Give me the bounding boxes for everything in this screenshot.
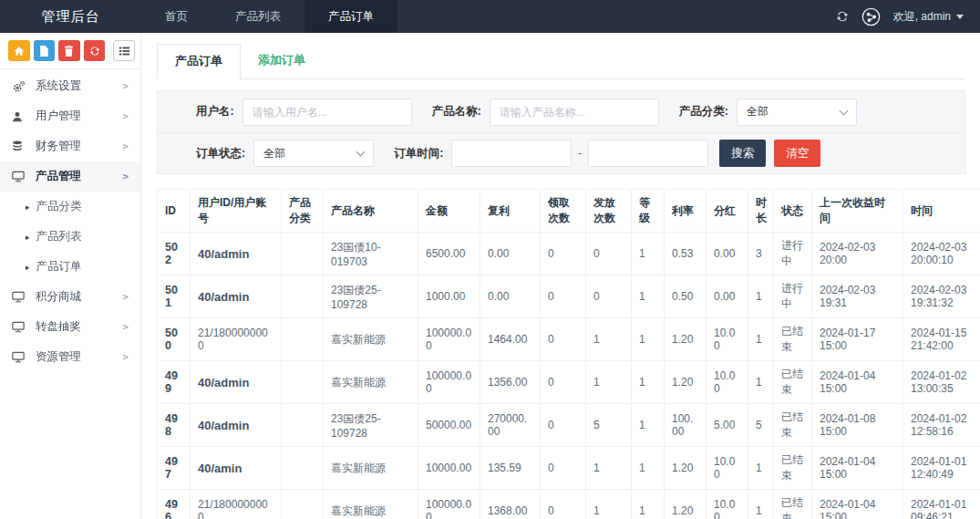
sidebar-item-label: 系统设置	[36, 78, 81, 94]
column-header[interactable]: 产品分类	[282, 190, 324, 233]
cell: 1	[632, 318, 665, 361]
cell: 2024-01-15 21:42:00	[903, 318, 980, 361]
cell: 100.00	[665, 404, 707, 447]
product-name-input[interactable]	[490, 99, 659, 126]
file-button[interactable]	[34, 40, 56, 61]
sidebar-item-label: 产品管理	[36, 169, 81, 184]
refresh-icon[interactable]	[836, 10, 849, 23]
filter-label: 用户名:	[196, 104, 234, 119]
sidebar-item[interactable]: ▸产品分类	[0, 192, 140, 222]
user-menu[interactable]: 欢迎, admin	[893, 9, 964, 25]
column-header[interactable]: ID	[158, 190, 191, 233]
cell: 2024-01-04 15:00	[812, 447, 903, 490]
search-button[interactable]: 搜索	[719, 140, 766, 167]
cell: 2024-02-03 20:00:10	[903, 233, 980, 275]
cell: 50000.00	[418, 404, 480, 447]
column-header[interactable]: 发放次数	[586, 190, 632, 233]
cell: 1	[748, 361, 774, 404]
cell: 1	[748, 275, 774, 318]
nav-item[interactable]: 首页	[141, 0, 211, 33]
cell-status: 已结束	[774, 318, 812, 361]
column-header[interactable]: 用户ID/用户账号	[191, 190, 282, 233]
column-header[interactable]: 复利	[480, 190, 541, 233]
home-button[interactable]	[8, 40, 30, 61]
welcome-text: 欢迎, admin	[893, 9, 951, 25]
filter-row-1: 用户名:产品名称:产品分类:全部	[158, 91, 965, 132]
cell: 0	[541, 318, 586, 361]
chevron-down-icon	[356, 148, 366, 157]
caret-right-icon: ▸	[26, 202, 30, 212]
cell: 1356.00	[480, 361, 541, 404]
sidebar-item[interactable]: ▸产品列表	[0, 222, 140, 252]
cell: 100000.00	[418, 318, 480, 361]
trash-button[interactable]	[58, 40, 80, 61]
nav-item[interactable]: 产品订单	[304, 0, 397, 33]
cell: 1	[632, 490, 665, 519]
cell	[282, 404, 324, 447]
cell: 1	[748, 318, 774, 361]
cell: 3	[748, 233, 774, 275]
column-header[interactable]: 利率	[665, 190, 707, 233]
sidebar: 系统设置>用户管理>财务管理>产品管理>▸产品分类▸产品列表▸产品订单积分商城>…	[0, 33, 141, 519]
cell: 10.00	[707, 447, 748, 490]
column-header[interactable]: 等级	[632, 190, 665, 233]
column-header[interactable]: 金额	[418, 190, 480, 233]
orders-table: ID用户ID/用户账号产品分类产品名称金额复利领取次数发放次数等级利率分红时长状…	[157, 189, 980, 519]
app-brand: 管理后台	[0, 0, 141, 33]
column-header[interactable]: 产品名称	[324, 190, 418, 233]
cell: 5.00	[707, 404, 748, 447]
tab-order-list[interactable]: 产品订单	[157, 44, 241, 79]
file-icon	[39, 46, 49, 57]
column-header[interactable]: 分红	[707, 190, 748, 233]
sidebar-item[interactable]: 产品管理>	[0, 161, 140, 192]
recycle-button[interactable]	[84, 40, 106, 61]
cell: 100000.00	[418, 361, 480, 404]
main-content: 产品订单添加订单 用户名:产品名称:产品分类:全部 订单状态:全部订单时间:-搜…	[142, 33, 980, 519]
username-input[interactable]	[242, 99, 412, 126]
table-row: 49621/1800000000嘉实新能源100000.001368.00011…	[158, 490, 980, 519]
clear-button[interactable]: 清空	[774, 140, 820, 167]
list-button[interactable]	[113, 40, 135, 61]
cell	[282, 490, 324, 519]
desktop-icon	[12, 171, 29, 182]
table-row: 49740/amin嘉实新能源10000.00135.590111.2010.0…	[158, 447, 980, 490]
caret-right-icon: ▸	[26, 233, 30, 242]
tab-add-order[interactable]: 添加订单	[241, 44, 323, 78]
nav-item[interactable]: 产品列表	[211, 0, 304, 33]
column-header[interactable]: 领取次数	[541, 190, 586, 233]
recycle-icon	[89, 46, 100, 57]
cell: 嘉实新能源	[324, 447, 418, 490]
sidebar-item[interactable]: 积分商城>	[0, 282, 140, 312]
chevron-right-icon: >	[122, 80, 129, 92]
sidebar-item[interactable]: 财务管理>	[0, 131, 140, 161]
column-header[interactable]: 时长	[748, 190, 774, 233]
sidebar-item-label: 产品分类	[36, 199, 82, 214]
sidebar-item[interactable]: 系统设置>	[0, 71, 140, 101]
sidebar-item[interactable]: 转盘抽奖>	[0, 312, 140, 342]
cell-status: 已结束	[774, 490, 812, 519]
cell: 2024-02-03 20:00	[812, 233, 903, 275]
cell: 2024-01-02 12:58:16	[903, 404, 980, 447]
order-time-start-input[interactable]	[451, 140, 572, 167]
orders-table-wrap: ID用户ID/用户账号产品分类产品名称金额复利领取次数发放次数等级利率分红时长状…	[157, 189, 965, 519]
sidebar-item[interactable]: 用户管理>	[0, 101, 140, 131]
cell: 1	[748, 490, 774, 519]
order-time-end-input[interactable]	[588, 140, 708, 167]
sidebar-item-label: 产品订单	[36, 259, 82, 275]
table-row: 49940/admin嘉实新能源100000.001356.000111.201…	[158, 361, 980, 404]
cell: 0	[541, 361, 586, 404]
product-category-select[interactable]: 全部	[737, 99, 857, 126]
column-header[interactable]: 状态	[774, 190, 812, 233]
column-header[interactable]: 上一次收益时间	[812, 190, 903, 233]
cell: 1368.00	[480, 490, 541, 519]
sidebar-item[interactable]: 资源管理>	[0, 342, 140, 372]
cell: 5	[586, 404, 632, 447]
avatar[interactable]	[861, 7, 881, 26]
cell-id: 499	[158, 361, 191, 404]
order-status-select[interactable]: 全部	[253, 140, 374, 167]
chevron-right-icon: >	[122, 321, 129, 333]
table-body: 50240/admin23国债10-0197036500.000.000010.…	[158, 233, 980, 519]
column-header[interactable]: 时间	[903, 190, 980, 233]
cell-user: 21/1800000000	[191, 318, 282, 361]
sidebar-item[interactable]: ▸产品订单	[0, 252, 140, 282]
